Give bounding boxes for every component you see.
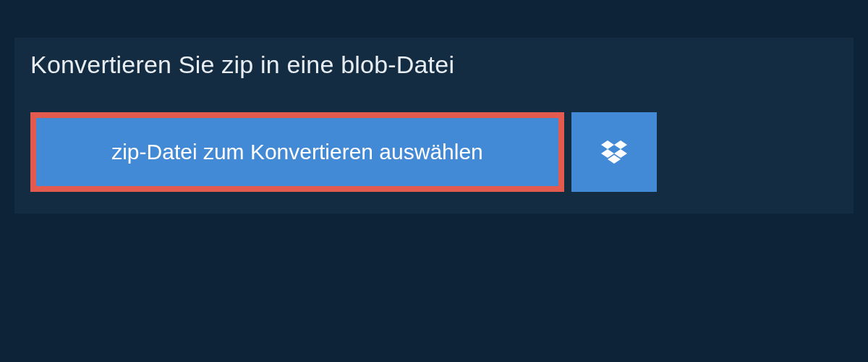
title-bar: Konvertieren Sie zip in eine blob-Datei xyxy=(14,38,470,92)
converter-panel: Konvertieren Sie zip in eine blob-Datei … xyxy=(14,38,854,214)
action-row: zip-Datei zum Konvertieren auswählen xyxy=(14,92,673,214)
page-title: Konvertieren Sie zip in eine blob-Datei xyxy=(30,51,454,78)
select-file-button[interactable]: zip-Datei zum Konvertieren auswählen xyxy=(30,112,564,192)
dropbox-button[interactable] xyxy=(571,112,657,192)
select-file-label: zip-Datei zum Konvertieren auswählen xyxy=(111,140,483,164)
dropbox-icon xyxy=(601,140,627,164)
